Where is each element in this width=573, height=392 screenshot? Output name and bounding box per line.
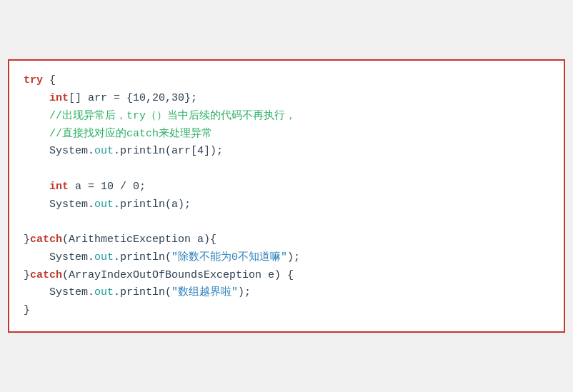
code-line-12: } [24, 302, 549, 320]
code-line-5: System.out.println(arr[4]); [24, 143, 549, 161]
code-line-9: System.out.println("除数不能为0不知道嘛"); [24, 249, 549, 267]
code-line-11: System.out.println("数组越界啦"); [24, 284, 549, 302]
blank-line-2 [24, 213, 549, 231]
code-line-10: }catch(ArrayIndexOutOfBoundsException e)… [24, 267, 549, 285]
code-line-4: //直接找对应的catch来处理异常 [24, 126, 549, 144]
blank-line-1 [24, 161, 549, 179]
code-block: try { int[] arr = {10,20,30}; //出现异常后，tr… [8, 59, 565, 333]
code-line-2: int[] arr = {10,20,30}; [24, 90, 549, 108]
code-line-7: System.out.println(a); [24, 196, 549, 214]
code-line-3: //出现异常后，try（）当中后续的代码不再执行， [24, 108, 549, 126]
code-line-1: try { [24, 72, 549, 90]
code-line-6: int a = 10 / 0; [24, 179, 549, 196]
code-line-8: }catch(ArithmeticException a){ [24, 231, 549, 249]
